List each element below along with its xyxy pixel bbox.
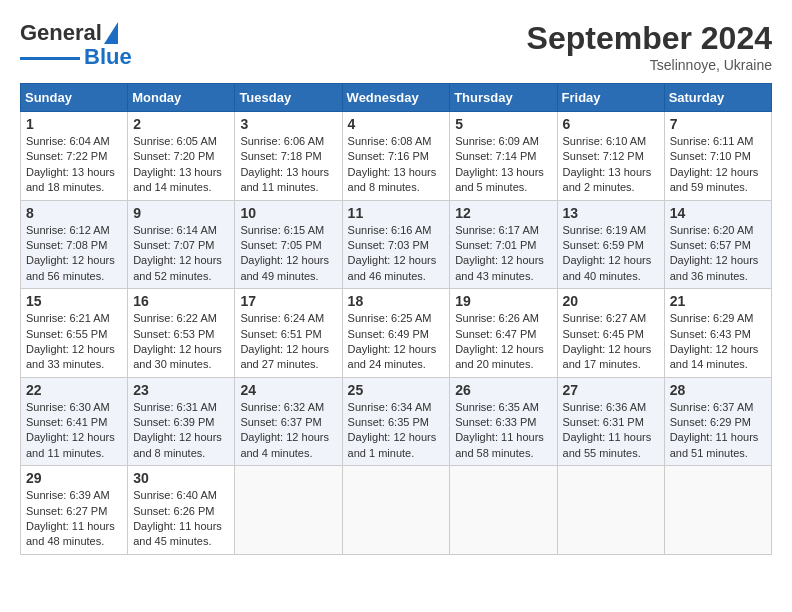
calendar-cell: 27Sunrise: 6:36 AM Sunset: 6:31 PM Dayli… — [557, 377, 664, 466]
title-block: September 2024 Tselinnoye, Ukraine — [527, 20, 772, 73]
day-info: Sunrise: 6:14 AM Sunset: 7:07 PM Dayligh… — [133, 223, 229, 285]
calendar-cell: 4Sunrise: 6:08 AM Sunset: 7:16 PM Daylig… — [342, 112, 450, 201]
calendar-header: SundayMondayTuesdayWednesdayThursdayFrid… — [21, 84, 772, 112]
day-number: 19 — [455, 293, 551, 309]
calendar-cell: 28Sunrise: 6:37 AM Sunset: 6:29 PM Dayli… — [664, 377, 771, 466]
day-info: Sunrise: 6:20 AM Sunset: 6:57 PM Dayligh… — [670, 223, 766, 285]
day-info: Sunrise: 6:16 AM Sunset: 7:03 PM Dayligh… — [348, 223, 445, 285]
day-info: Sunrise: 6:09 AM Sunset: 7:14 PM Dayligh… — [455, 134, 551, 196]
calendar-cell: 21Sunrise: 6:29 AM Sunset: 6:43 PM Dayli… — [664, 289, 771, 378]
header-row: SundayMondayTuesdayWednesdayThursdayFrid… — [21, 84, 772, 112]
logo-general-text: General — [20, 20, 102, 46]
header-day-thursday: Thursday — [450, 84, 557, 112]
day-number: 25 — [348, 382, 445, 398]
calendar-cell: 19Sunrise: 6:26 AM Sunset: 6:47 PM Dayli… — [450, 289, 557, 378]
day-number: 30 — [133, 470, 229, 486]
calendar-cell: 9Sunrise: 6:14 AM Sunset: 7:07 PM Daylig… — [128, 200, 235, 289]
day-number: 13 — [563, 205, 659, 221]
calendar-cell: 17Sunrise: 6:24 AM Sunset: 6:51 PM Dayli… — [235, 289, 342, 378]
day-info: Sunrise: 6:15 AM Sunset: 7:05 PM Dayligh… — [240, 223, 336, 285]
calendar-cell: 26Sunrise: 6:35 AM Sunset: 6:33 PM Dayli… — [450, 377, 557, 466]
logo-triangle-icon — [104, 22, 118, 44]
calendar-cell: 10Sunrise: 6:15 AM Sunset: 7:05 PM Dayli… — [235, 200, 342, 289]
calendar-cell — [450, 466, 557, 555]
day-info: Sunrise: 6:04 AM Sunset: 7:22 PM Dayligh… — [26, 134, 122, 196]
day-info: Sunrise: 6:36 AM Sunset: 6:31 PM Dayligh… — [563, 400, 659, 462]
calendar-cell: 22Sunrise: 6:30 AM Sunset: 6:41 PM Dayli… — [21, 377, 128, 466]
location: Tselinnoye, Ukraine — [527, 57, 772, 73]
day-number: 23 — [133, 382, 229, 398]
calendar-cell: 23Sunrise: 6:31 AM Sunset: 6:39 PM Dayli… — [128, 377, 235, 466]
day-number: 15 — [26, 293, 122, 309]
day-number: 7 — [670, 116, 766, 132]
day-info: Sunrise: 6:39 AM Sunset: 6:27 PM Dayligh… — [26, 488, 122, 550]
calendar-cell — [235, 466, 342, 555]
day-number: 12 — [455, 205, 551, 221]
day-info: Sunrise: 6:30 AM Sunset: 6:41 PM Dayligh… — [26, 400, 122, 462]
day-info: Sunrise: 6:12 AM Sunset: 7:08 PM Dayligh… — [26, 223, 122, 285]
day-info: Sunrise: 6:40 AM Sunset: 6:26 PM Dayligh… — [133, 488, 229, 550]
day-number: 14 — [670, 205, 766, 221]
day-number: 3 — [240, 116, 336, 132]
day-info: Sunrise: 6:21 AM Sunset: 6:55 PM Dayligh… — [26, 311, 122, 373]
day-number: 27 — [563, 382, 659, 398]
calendar-cell: 6Sunrise: 6:10 AM Sunset: 7:12 PM Daylig… — [557, 112, 664, 201]
day-number: 22 — [26, 382, 122, 398]
day-info: Sunrise: 6:24 AM Sunset: 6:51 PM Dayligh… — [240, 311, 336, 373]
logo: General Blue — [20, 20, 132, 70]
day-number: 21 — [670, 293, 766, 309]
calendar-cell — [664, 466, 771, 555]
header-day-friday: Friday — [557, 84, 664, 112]
week-row-3: 15Sunrise: 6:21 AM Sunset: 6:55 PM Dayli… — [21, 289, 772, 378]
day-number: 26 — [455, 382, 551, 398]
month-title: September 2024 — [527, 20, 772, 57]
day-number: 11 — [348, 205, 445, 221]
logo-blue-text: Blue — [84, 44, 132, 70]
day-number: 1 — [26, 116, 122, 132]
header-day-sunday: Sunday — [21, 84, 128, 112]
calendar-cell — [557, 466, 664, 555]
page-header: General Blue September 2024 Tselinnoye, … — [20, 20, 772, 73]
day-number: 4 — [348, 116, 445, 132]
header-day-saturday: Saturday — [664, 84, 771, 112]
calendar-cell: 25Sunrise: 6:34 AM Sunset: 6:35 PM Dayli… — [342, 377, 450, 466]
calendar-table: SundayMondayTuesdayWednesdayThursdayFrid… — [20, 83, 772, 555]
day-info: Sunrise: 6:06 AM Sunset: 7:18 PM Dayligh… — [240, 134, 336, 196]
day-info: Sunrise: 6:31 AM Sunset: 6:39 PM Dayligh… — [133, 400, 229, 462]
day-info: Sunrise: 6:29 AM Sunset: 6:43 PM Dayligh… — [670, 311, 766, 373]
day-number: 10 — [240, 205, 336, 221]
day-number: 17 — [240, 293, 336, 309]
day-info: Sunrise: 6:26 AM Sunset: 6:47 PM Dayligh… — [455, 311, 551, 373]
day-number: 5 — [455, 116, 551, 132]
calendar-cell: 30Sunrise: 6:40 AM Sunset: 6:26 PM Dayli… — [128, 466, 235, 555]
day-number: 24 — [240, 382, 336, 398]
week-row-2: 8Sunrise: 6:12 AM Sunset: 7:08 PM Daylig… — [21, 200, 772, 289]
week-row-4: 22Sunrise: 6:30 AM Sunset: 6:41 PM Dayli… — [21, 377, 772, 466]
day-number: 16 — [133, 293, 229, 309]
calendar-cell: 8Sunrise: 6:12 AM Sunset: 7:08 PM Daylig… — [21, 200, 128, 289]
day-info: Sunrise: 6:27 AM Sunset: 6:45 PM Dayligh… — [563, 311, 659, 373]
day-number: 8 — [26, 205, 122, 221]
day-number: 20 — [563, 293, 659, 309]
day-info: Sunrise: 6:35 AM Sunset: 6:33 PM Dayligh… — [455, 400, 551, 462]
week-row-1: 1Sunrise: 6:04 AM Sunset: 7:22 PM Daylig… — [21, 112, 772, 201]
day-info: Sunrise: 6:05 AM Sunset: 7:20 PM Dayligh… — [133, 134, 229, 196]
day-info: Sunrise: 6:11 AM Sunset: 7:10 PM Dayligh… — [670, 134, 766, 196]
header-day-wednesday: Wednesday — [342, 84, 450, 112]
header-day-tuesday: Tuesday — [235, 84, 342, 112]
day-number: 29 — [26, 470, 122, 486]
day-info: Sunrise: 6:22 AM Sunset: 6:53 PM Dayligh… — [133, 311, 229, 373]
calendar-cell: 15Sunrise: 6:21 AM Sunset: 6:55 PM Dayli… — [21, 289, 128, 378]
day-info: Sunrise: 6:10 AM Sunset: 7:12 PM Dayligh… — [563, 134, 659, 196]
calendar-body: 1Sunrise: 6:04 AM Sunset: 7:22 PM Daylig… — [21, 112, 772, 555]
calendar-cell: 3Sunrise: 6:06 AM Sunset: 7:18 PM Daylig… — [235, 112, 342, 201]
calendar-cell: 14Sunrise: 6:20 AM Sunset: 6:57 PM Dayli… — [664, 200, 771, 289]
calendar-cell: 1Sunrise: 6:04 AM Sunset: 7:22 PM Daylig… — [21, 112, 128, 201]
day-number: 6 — [563, 116, 659, 132]
day-number: 28 — [670, 382, 766, 398]
day-info: Sunrise: 6:32 AM Sunset: 6:37 PM Dayligh… — [240, 400, 336, 462]
day-number: 18 — [348, 293, 445, 309]
calendar-cell: 2Sunrise: 6:05 AM Sunset: 7:20 PM Daylig… — [128, 112, 235, 201]
calendar-cell — [342, 466, 450, 555]
calendar-cell: 11Sunrise: 6:16 AM Sunset: 7:03 PM Dayli… — [342, 200, 450, 289]
